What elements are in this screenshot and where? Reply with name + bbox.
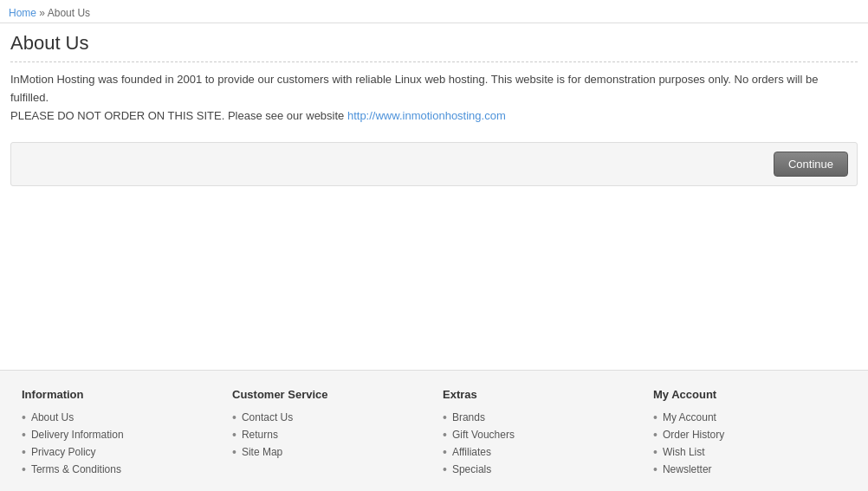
list-item: Terms & Conditions	[22, 463, 215, 475]
footer-my-account-heading: My Account	[653, 388, 846, 401]
list-item: Privacy Policy	[22, 446, 215, 458]
footer-link[interactable]: About Us	[31, 411, 74, 423]
footer-information: Information About UsDelivery Information…	[13, 388, 223, 481]
footer-link[interactable]: Site Map	[242, 446, 282, 458]
footer-extras-list: BrandsGift VouchersAffiliatesSpecials	[443, 411, 636, 475]
breadcrumb-current: About Us	[48, 7, 90, 19]
list-item: Brands	[443, 411, 636, 423]
about-us-text: InMotion Hosting was founded in 2001 to …	[10, 71, 858, 125]
footer-link[interactable]: Privacy Policy	[31, 446, 96, 458]
footer-link[interactable]: Contact Us	[242, 411, 293, 423]
footer-link[interactable]: Brands	[452, 411, 485, 423]
footer-link[interactable]: Wish List	[663, 446, 705, 458]
list-item: Newsletter	[653, 463, 846, 475]
footer-link[interactable]: Returns	[242, 429, 278, 441]
footer: Information About UsDelivery Information…	[0, 370, 868, 491]
list-item: My Account	[653, 411, 846, 423]
footer-extras-heading: Extras	[443, 388, 636, 401]
list-item: Contact Us	[232, 411, 425, 423]
list-item: Affiliates	[443, 446, 636, 458]
list-item: Site Map	[232, 446, 425, 458]
list-item: About Us	[22, 411, 215, 423]
breadcrumb-home-link[interactable]: Home	[9, 7, 36, 19]
footer-columns: Information About UsDelivery Information…	[13, 388, 855, 481]
footer-link[interactable]: Newsletter	[663, 463, 712, 475]
footer-link[interactable]: Specials	[452, 463, 491, 475]
footer-customer-service-heading: Customer Service	[232, 388, 425, 401]
footer-link[interactable]: Order History	[663, 429, 724, 441]
footer-information-heading: Information	[22, 388, 215, 401]
footer-my-account-list: My AccountOrder HistoryWish ListNewslett…	[653, 411, 846, 475]
list-item: Specials	[443, 463, 636, 475]
footer-my-account: My Account My AccountOrder HistoryWish L…	[645, 388, 855, 481]
list-item: Order History	[653, 429, 846, 441]
inmotion-link[interactable]: http://www.inmotionhosting.com	[347, 109, 506, 122]
footer-customer-service: Customer Service Contact UsReturnsSite M…	[223, 388, 434, 481]
about-line2: PLEASE DO NOT ORDER ON THIS SITE. Please…	[10, 109, 347, 122]
footer-link[interactable]: Affiliates	[452, 446, 491, 458]
list-item: Wish List	[653, 446, 846, 458]
footer-link[interactable]: Delivery Information	[31, 429, 124, 441]
list-item: Delivery Information	[22, 429, 215, 441]
footer-link[interactable]: Gift Vouchers	[452, 429, 515, 441]
breadcrumb: Home » About Us	[0, 0, 868, 23]
about-line1: InMotion Hosting was founded in 2001 to …	[10, 73, 818, 104]
breadcrumb-separator: »	[39, 7, 45, 19]
continue-bar: Continue	[10, 142, 858, 186]
list-item: Returns	[232, 429, 425, 441]
list-item: Gift Vouchers	[443, 429, 636, 441]
footer-information-list: About UsDelivery InformationPrivacy Poli…	[22, 411, 215, 475]
main-content: About Us InMotion Hosting was founded in…	[0, 23, 868, 370]
footer-link[interactable]: Terms & Conditions	[31, 463, 121, 475]
footer-link[interactable]: My Account	[663, 411, 716, 423]
footer-extras: Extras BrandsGift VouchersAffiliatesSpec…	[434, 388, 645, 481]
footer-customer-service-list: Contact UsReturnsSite Map	[232, 411, 425, 458]
page-title: About Us	[10, 32, 858, 62]
continue-button[interactable]: Continue	[774, 152, 848, 177]
